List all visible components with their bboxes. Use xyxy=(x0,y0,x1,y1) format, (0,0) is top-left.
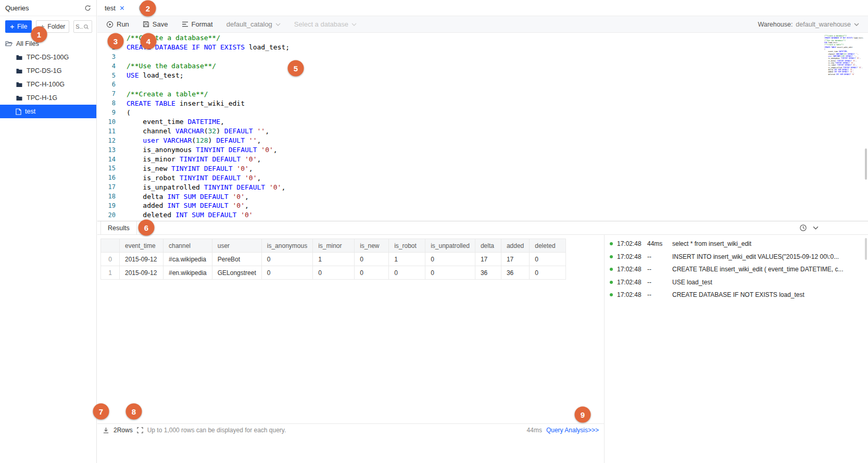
cell: 0 xyxy=(425,253,475,266)
refresh-icon[interactable] xyxy=(84,5,91,11)
code-line[interactable]: 20 deleted INT SUM DEFAULT '0' xyxy=(97,210,868,220)
history-query: USE load_test xyxy=(672,279,712,286)
app-window: Queries File Folder xyxy=(0,0,868,463)
code-line[interactable]: 16 is_robot TINYINT DEFAULT '0', xyxy=(97,173,868,182)
code-line[interactable]: 15 is_new TINYINT DEFAULT '0', xyxy=(97,164,868,173)
history-entry[interactable]: 17:02:48--CREATE TABLE insert_wiki_edit … xyxy=(605,263,868,276)
query-analysis-link[interactable]: Query Analysis>>> xyxy=(546,427,599,434)
line-number: 6 xyxy=(97,81,127,88)
sidebar: Queries File Folder xyxy=(0,0,97,463)
column-header: is_robot xyxy=(389,239,425,253)
code-text: channel VARCHAR(32) DEFAULT '', xyxy=(127,127,269,135)
code-line[interactable]: 14 is_minor TINYINT DEFAULT '0', xyxy=(97,155,868,164)
line-number: 8 xyxy=(97,99,127,107)
results-panel: event_timechanneluseris_anonymousis_mino… xyxy=(97,235,604,463)
editor-scrollbar[interactable] xyxy=(865,148,867,180)
code-text: delta INT SUM DEFAULT '0', xyxy=(127,193,249,201)
format-button[interactable]: Format xyxy=(182,20,213,28)
history-entry[interactable]: 17:02:48--USE load_test xyxy=(605,276,868,289)
table-header-row: event_timechanneluseris_anonymousis_mino… xyxy=(101,239,566,253)
search-input[interactable] xyxy=(76,23,83,30)
code-line[interactable]: 18 delta INT SUM DEFAULT '0', xyxy=(97,192,868,201)
chevron-down-icon xyxy=(854,23,859,26)
sql-editor[interactable]: 1/**Create a database**/2CREATE DATABASE… xyxy=(97,33,868,221)
tab-results[interactable]: Results xyxy=(100,221,137,234)
code-line[interactable]: 11 channel VARCHAR(32) DEFAULT '', xyxy=(97,127,868,136)
new-tab-button[interactable] xyxy=(139,4,148,12)
status-dot-icon xyxy=(610,293,613,296)
catalog-dropdown[interactable]: default_catalog xyxy=(227,20,281,28)
code-line[interactable]: 4/**Use the database**/ xyxy=(97,61,868,71)
search-icon[interactable] xyxy=(83,24,89,30)
download-icon[interactable] xyxy=(103,427,109,434)
table-row[interactable]: 12015-09-12#en.wikipediaGELongstreet0000… xyxy=(101,266,566,280)
history-entry[interactable]: 17:02:48--INSERT INTO insert_wiki_edit V… xyxy=(605,251,868,264)
history-entry[interactable]: 17:02:48--CREATE DATABASE IF NOT EXISTS … xyxy=(605,289,868,302)
file-tree: All Files TPC-DS-100GTPC-DS-1GTPC-H-100G… xyxy=(0,37,96,118)
folder-open-icon xyxy=(5,41,12,47)
new-file-button[interactable]: File xyxy=(5,20,32,33)
cell: 1 xyxy=(101,266,120,280)
new-file-label: File xyxy=(17,23,27,30)
history-query: INSERT INTO insert_wiki_edit VALUES("201… xyxy=(672,253,839,260)
code-line[interactable]: 17 is_unpatrolled TINYINT DEFAULT '0', xyxy=(97,182,868,192)
column-header: delta xyxy=(475,239,501,253)
save-label: Save xyxy=(153,20,168,28)
code-text: is_unpatrolled TINYINT DEFAULT '0', xyxy=(127,183,285,191)
chevron-down-icon[interactable] xyxy=(813,226,819,230)
tree-root-all-files[interactable]: All Files xyxy=(0,37,96,51)
status-dot-icon xyxy=(610,268,613,271)
line-number: 18 xyxy=(97,193,127,200)
warehouse-dropdown[interactable]: Warehouse: default_warehouse xyxy=(758,21,859,28)
code-line[interactable]: 10 event_time DATETIME, xyxy=(97,117,868,127)
code-line[interactable]: 1/**Create a database**/ xyxy=(97,33,868,43)
code-line[interactable]: 7/**Create a table**/ xyxy=(97,89,868,98)
code-line[interactable]: 12 user VARCHAR(128) DEFAULT '', xyxy=(97,136,868,145)
code-line[interactable]: 5USE load_test; xyxy=(97,71,868,80)
tree-item-test-file[interactable]: test xyxy=(0,105,96,118)
history-duration: -- xyxy=(647,279,671,286)
code-text: added INT SUM DEFAULT '0', xyxy=(127,202,249,209)
minimap[interactable]: /**Create a database**/CREATE DATABASE I… xyxy=(824,35,864,84)
editor-tabbar: test xyxy=(97,0,868,16)
cell: PereBot xyxy=(212,253,261,266)
database-dropdown[interactable]: Select a database xyxy=(294,20,357,28)
history-time: 17:02:48 xyxy=(617,266,644,273)
tree-item-folder[interactable]: TPC-DS-100G xyxy=(0,51,96,64)
catalog-value: default_catalog xyxy=(227,20,272,28)
fullscreen-icon[interactable] xyxy=(137,427,143,433)
history-icon[interactable] xyxy=(799,224,807,232)
tree-item-folder[interactable]: TPC-DS-1G xyxy=(0,64,96,78)
cell: 36 xyxy=(475,266,501,280)
code-line[interactable]: 9( xyxy=(97,108,868,117)
folder-icon xyxy=(16,82,23,87)
history-entry[interactable]: 17:02:4844msselect * from insert_wiki_ed… xyxy=(605,237,868,251)
code-line[interactable]: 19 added INT SUM DEFAULT '0', xyxy=(97,201,868,210)
code-line[interactable]: 6 xyxy=(97,80,868,89)
run-button[interactable]: Run xyxy=(106,20,129,28)
code-text: is_robot TINYINT DEFAULT '0', xyxy=(127,174,261,182)
code-line[interactable]: 8CREATE TABLE insert_wiki_edit xyxy=(97,98,868,108)
history-time: 17:02:48 xyxy=(617,240,644,247)
tab-test[interactable]: test xyxy=(97,0,132,16)
save-button[interactable]: Save xyxy=(143,20,168,28)
column-header: added xyxy=(501,239,529,253)
tree-folder-list: TPC-DS-100GTPC-DS-1GTPC-H-100GTPC-H-1G xyxy=(0,51,96,105)
code-line[interactable]: 13 is_anonymous TINYINT DEFAULT '0', xyxy=(97,145,868,155)
code-area[interactable]: 1/**Create a database**/2CREATE DATABASE… xyxy=(97,33,868,220)
code-line[interactable]: 3 xyxy=(97,52,868,61)
line-number: 1 xyxy=(97,34,127,42)
table-row[interactable]: 02015-09-12#ca.wikipediaPereBot010101717… xyxy=(101,253,566,266)
code-text: /**Use the database**/ xyxy=(127,62,216,70)
warehouse-value: default_warehouse xyxy=(796,21,851,28)
tree-item-folder[interactable]: TPC-H-100G xyxy=(0,78,96,91)
tree-item-folder[interactable]: TPC-H-1G xyxy=(0,91,96,105)
sidebar-title: Queries xyxy=(5,4,29,12)
new-folder-button[interactable]: Folder xyxy=(36,20,69,33)
database-placeholder: Select a database xyxy=(294,20,348,28)
history-scrollbar[interactable] xyxy=(865,238,867,260)
column-header: is_minor xyxy=(313,239,355,253)
line-number: 5 xyxy=(97,72,127,79)
code-line[interactable]: 2CREATE DATABASE IF NOT EXISTS load_test… xyxy=(97,43,868,52)
close-icon[interactable] xyxy=(120,6,124,10)
